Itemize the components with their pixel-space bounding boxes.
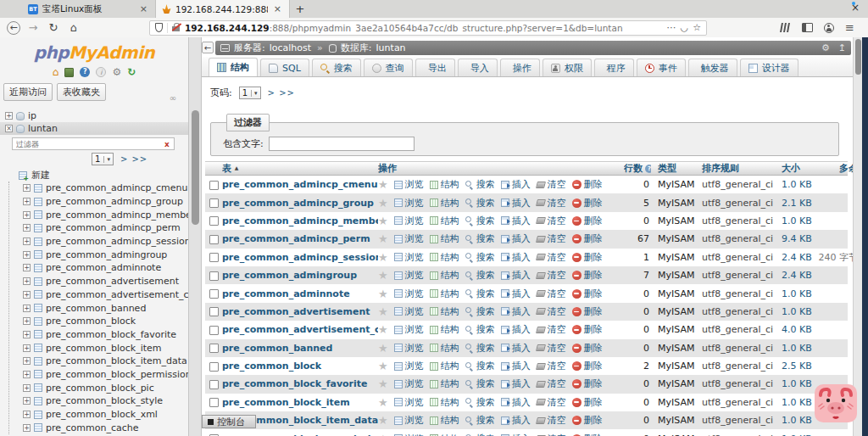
drop-link[interactable]: 删除	[572, 288, 603, 300]
main-tab[interactable]: 导入	[458, 59, 498, 76]
header-overhead[interactable]: 多余	[815, 162, 853, 175]
structure-link[interactable]: 结构	[430, 288, 459, 300]
row-checkbox[interactable]	[209, 271, 219, 281]
search-link[interactable]: 搜索	[465, 288, 495, 300]
expand-icon[interactable]: +	[23, 251, 31, 259]
tab-close-icon[interactable]: ×	[138, 3, 149, 14]
tree-table-item[interactable]: + pre_common_banned	[9, 301, 188, 315]
expand-icon[interactable]: +	[23, 291, 31, 299]
empty-link[interactable]: 清空	[537, 377, 566, 390]
expand-icon[interactable]: +	[23, 397, 31, 405]
search-link[interactable]: 搜索	[465, 232, 495, 245]
structure-link[interactable]: 结构	[430, 251, 459, 264]
tree-table-item[interactable]: + pre_common_admincp_member	[9, 208, 188, 221]
expand-icon[interactable]: +	[23, 198, 31, 205]
tree-table-item[interactable]: + pre_common_block_permission	[9, 368, 188, 382]
table-name-link[interactable]: pre_common_admincp_perm	[222, 233, 370, 244]
insert-link[interactable]: 插入	[501, 178, 531, 191]
main-tab[interactable]: 事件	[637, 59, 686, 76]
browse-link[interactable]: 浏览	[394, 232, 424, 245]
tree-table-item[interactable]: + pre_common_block	[9, 315, 188, 328]
table-name-link[interactable]: pre_common_block_favorite	[222, 378, 368, 389]
drop-link[interactable]: 删除	[572, 197, 603, 210]
main-tab[interactable]: SQL	[260, 59, 309, 76]
sidebar-toggle-icon[interactable]	[802, 23, 813, 32]
expand-icon[interactable]: +	[23, 371, 31, 378]
reload-button[interactable]: ↻	[46, 22, 61, 33]
main-tab[interactable]: 操作	[500, 59, 540, 76]
browse-link[interactable]: 浏览	[394, 360, 424, 372]
home-icon[interactable]: ⌂	[53, 67, 59, 77]
main-tab[interactable]: 查询	[364, 59, 413, 76]
tree-table-item[interactable]: + pre_common_block_item	[9, 341, 188, 355]
favorite-star-icon[interactable]: ★	[378, 397, 388, 408]
table-name-link[interactable]: pre_common_admincp_cmenu	[222, 179, 378, 190]
browse-link[interactable]: 浏览	[394, 251, 424, 264]
empty-link[interactable]: 清空	[537, 232, 566, 245]
drop-link[interactable]: 删除	[572, 342, 603, 355]
rows-help-icon[interactable]: ?	[645, 165, 651, 173]
header-rows[interactable]: 行数?	[624, 162, 651, 175]
empty-link[interactable]: 清空	[537, 414, 566, 427]
main-tab[interactable]: 结构	[209, 58, 258, 76]
expand-icon[interactable]: +	[23, 331, 31, 338]
tree-table-item[interactable]: + pre_common_block_style	[9, 394, 188, 408]
tree-table-item[interactable]: + pre_common_adminnote	[9, 261, 188, 275]
empty-link[interactable]: 清空	[537, 305, 566, 318]
insert-link[interactable]: 插入	[501, 215, 531, 227]
page-settings-gear-icon[interactable]: ⚙	[821, 42, 830, 53]
structure-link[interactable]: 结构	[430, 305, 459, 318]
filter-clear-icon[interactable]: x	[164, 140, 170, 148]
table-name[interactable]: pre_common_block_favorite	[46, 329, 176, 340]
empty-link[interactable]: 清空	[537, 323, 566, 336]
table-name-link[interactable]: pre_common_admincp_member	[222, 215, 378, 226]
page-scrollbar-thumb[interactable]	[855, 39, 861, 75]
table-name[interactable]: pre_common_admingroup	[46, 249, 167, 260]
insert-link[interactable]: 插入	[501, 360, 531, 372]
header-collation[interactable]: 排序规则	[698, 162, 776, 175]
table-name-link[interactable]: pre_common_adminnote	[222, 288, 350, 299]
logout-icon[interactable]	[64, 68, 74, 77]
browse-link[interactable]: 浏览	[394, 323, 424, 336]
table-name[interactable]: pre_common_banned	[46, 303, 146, 314]
favorite-star-icon[interactable]: ★	[378, 215, 388, 226]
tree-table-item[interactable]: + pre_common_block_xml	[9, 408, 188, 422]
search-link[interactable]: 搜索	[465, 323, 495, 336]
settings-gear-icon[interactable]: ⚙	[112, 67, 121, 77]
search-link[interactable]: 搜索	[465, 414, 495, 427]
structure-link[interactable]: 结构	[430, 178, 459, 191]
header-size[interactable]: 大小	[776, 162, 815, 175]
page-scrollbar[interactable]	[853, 37, 862, 436]
insert-link[interactable]: 插入	[501, 323, 531, 336]
recent-tables-button[interactable]: 近期访问	[3, 83, 53, 101]
table-name-link[interactable]: pre_common_admingroup	[222, 270, 357, 281]
tree-page-select[interactable]: 1▾	[92, 153, 114, 165]
expand-icon[interactable]: +	[23, 264, 31, 271]
favorite-star-icon[interactable]: ★	[378, 361, 388, 372]
table-name-link[interactable]: pre_common_block_permission	[222, 433, 378, 436]
empty-link[interactable]: 清空	[537, 360, 566, 372]
table-name[interactable]: pre_common_block_style	[46, 395, 163, 406]
tree-node-luntan[interactable]: × luntan	[0, 122, 188, 135]
tree-table-item[interactable]: + pre_common_block_item_data	[9, 355, 188, 368]
empty-link[interactable]: 清空	[537, 178, 566, 191]
search-link[interactable]: 搜索	[465, 178, 495, 191]
tree-filter-input[interactable]	[12, 137, 175, 150]
favorite-star-icon[interactable]: ★	[378, 433, 388, 436]
tree-table-item[interactable]: + pre_common_admingroup	[9, 248, 188, 261]
structure-link[interactable]: 结构	[430, 433, 459, 436]
table-name[interactable]: pre_common_block_pic	[46, 383, 154, 394]
search-link[interactable]: 搜索	[465, 360, 495, 372]
browse-link[interactable]: 浏览	[394, 215, 424, 227]
insert-link[interactable]: 插入	[501, 396, 531, 409]
table-name-link[interactable]: pre_common_block_item	[222, 397, 350, 408]
expand-icon[interactable]: +	[23, 424, 31, 432]
main-tab[interactable]: 触发器	[688, 59, 737, 76]
contains-word-input[interactable]	[269, 137, 415, 151]
tree-table-item[interactable]: + pre_common_advertisement	[9, 275, 188, 288]
insert-link[interactable]: 插入	[501, 305, 531, 318]
tree-table-item[interactable]: + pre_common_cache	[9, 421, 188, 434]
tree-table-item[interactable]: + pre_common_admincp_cmenu	[9, 182, 188, 195]
header-type[interactable]: 类型	[651, 162, 698, 175]
empty-link[interactable]: 清空	[537, 288, 566, 300]
